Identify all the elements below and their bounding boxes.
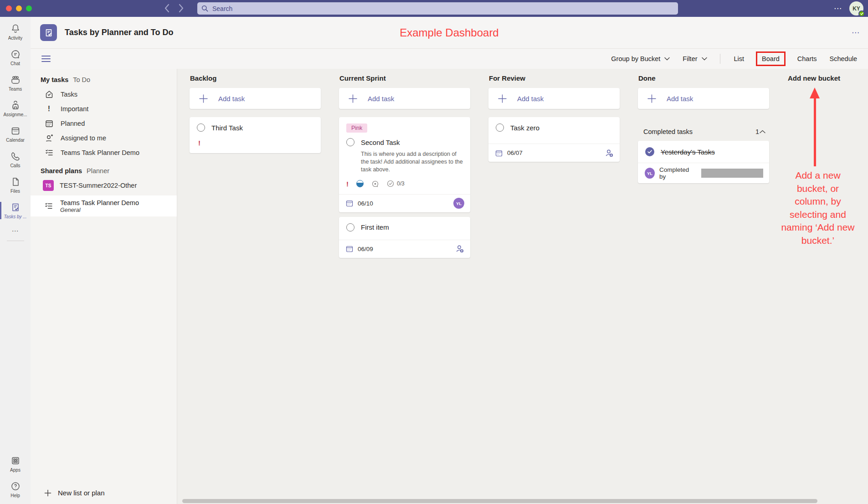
toolbar-divider [720,54,720,64]
checklist-check-icon [387,180,394,187]
rail-label: Apps [10,468,21,473]
checklist-icon [44,148,54,157]
task-complete-radio[interactable] [346,223,354,231]
tab-schedule[interactable]: Schedule [829,53,858,64]
my-tasks-section-title: My tasks To Do [31,75,177,84]
label-pink-badge: Pink [346,123,367,133]
shared-plans-label: Shared plans [41,167,82,175]
checklist-icon [44,201,53,211]
sidebar-item-sublabel: General [60,207,139,213]
task-card-yesterdays-tasks[interactable]: Yesterday's Tasks YL Completed by [638,141,769,183]
completed-tasks-header[interactable]: Completed tasks 1 [643,128,765,135]
task-card-third-task[interactable]: Third Task ! [190,117,321,153]
maximize-window-button[interactable] [26,5,32,11]
rail-more-icon[interactable]: ⋯ [12,227,19,235]
tab-charts[interactable]: Charts [796,53,818,64]
tab-board[interactable]: Board [756,51,786,66]
sidebar-item-label: Tasks [61,91,77,98]
user-avatar[interactable]: KY [849,1,863,15]
add-task-button[interactable]: Add task [488,88,620,109]
plus-icon [647,94,656,103]
minimize-window-button[interactable] [16,5,22,11]
sidebar-item-tasks[interactable]: Tasks [31,87,177,102]
filter-label: Filter [683,55,697,62]
sidebar-item-label: TEST-Summer2022-Other [60,182,137,189]
add-task-button[interactable]: Add task [638,88,769,109]
sidebar-item-files[interactable]: Files [0,172,31,198]
titlebar: ⋯ KY [0,0,868,17]
help-icon [10,481,21,492]
task-complete-radio[interactable] [197,123,205,132]
group-by-dropdown[interactable]: Group by Bucket [611,55,670,62]
titlebar-more-icon[interactable]: ⋯ [834,5,842,12]
chevron-up-icon[interactable] [760,130,765,134]
to-do-label: To Do [73,76,90,83]
backpack-icon [10,100,21,111]
apps-icon [10,455,21,466]
bucket-title: For Review [489,74,620,83]
bucket-done: Done Add task Completed tasks 1 [638,74,769,190]
tasks-icon [10,202,21,213]
redacted-name [701,169,763,178]
new-list-or-plan-button[interactable]: New list or plan [44,489,105,497]
add-task-button[interactable]: Add task [339,88,470,109]
calendar-icon [10,125,21,136]
checklist-progress: 0/3 [397,180,405,187]
sidebar-item-planned[interactable]: Planned [31,116,177,131]
task-completed-check-icon[interactable] [645,147,654,156]
sidebar-item-assigned-to-me[interactable]: Assigned to me [31,131,177,145]
sidebar-item-calendar[interactable]: Calendar [0,121,31,147]
task-card-task-zero[interactable]: Task zero 06/07 [488,117,620,162]
search-icon [201,5,208,12]
sidebar-item-teams-task-planner-demo-general[interactable]: Teams Task Planner Demo General [31,195,177,216]
search-input[interactable] [211,5,674,13]
add-task-button[interactable]: Add task [190,88,321,109]
tab-list[interactable]: List [733,53,745,64]
hamburger-menu-icon[interactable] [41,55,51,62]
due-date: 06/10 [358,200,373,207]
sidebar-item-calls[interactable]: Calls [0,147,31,172]
assignee-avatar[interactable]: YL [645,168,655,179]
phone-icon [10,151,21,162]
assign-person-icon[interactable] [455,245,464,253]
sidebar-item-important[interactable]: ! Important [31,102,177,116]
window-controls [6,5,32,11]
forward-icon[interactable] [178,3,184,13]
task-card-second-task[interactable]: Pink Second Task This is where you add a… [339,117,470,212]
add-task-label: Add task [517,95,544,103]
bucket-current-sprint: Current Sprint Add task Pink Second Tas [339,74,470,264]
sidebar-item-label: Teams Task Planner Demo [60,199,139,207]
avatar-initials: KY [853,5,860,12]
status-available-icon [858,10,865,17]
filter-dropdown[interactable]: Filter [683,55,707,62]
priority-icon: ! [198,139,313,147]
due-date: 06/09 [358,246,373,252]
sidebar-item-assignments[interactable]: Assignme... [0,96,31,121]
sidebar-item-chat[interactable]: Chat [0,45,31,70]
task-card-first-item[interactable]: First item 06/09 [339,217,470,258]
sidebar-item-tasks-by-planner[interactable]: Tasks by ... [0,198,31,223]
due-date-icon [346,200,353,207]
sidebar-item-teams-task-planner-demo[interactable]: Teams Task Planner Demo [31,145,177,160]
sidebar-item-help[interactable]: Help [0,477,31,502]
sidebar-item-label: Planned [61,120,85,127]
sidebar-item-label: Teams Task Planner Demo [61,149,139,156]
assign-person-icon[interactable] [605,149,614,157]
plus-icon [44,489,51,497]
search-bar[interactable] [197,2,678,15]
back-icon[interactable] [164,3,170,13]
sidebar-item-activity[interactable]: Activity [0,19,31,45]
horizontal-scrollbar[interactable] [182,499,817,503]
assignee-avatar[interactable]: YL [453,198,464,209]
task-complete-radio[interactable] [346,138,354,146]
notes-icon [371,180,379,188]
add-new-bucket-button[interactable]: Add new bucket [787,74,868,88]
sidebar-item-test-summer[interactable]: TS TEST-Summer2022-Other [31,178,177,193]
sidebar-item-label: Assigned to me [61,134,106,142]
header-more-icon[interactable]: ⋯ [852,28,860,37]
task-complete-radio[interactable] [496,123,504,132]
sidebar-item-teams[interactable]: Teams [0,70,31,96]
close-window-button[interactable] [6,5,12,11]
sidebar-item-apps[interactable]: Apps [0,451,31,477]
rail-divider [7,241,24,241]
